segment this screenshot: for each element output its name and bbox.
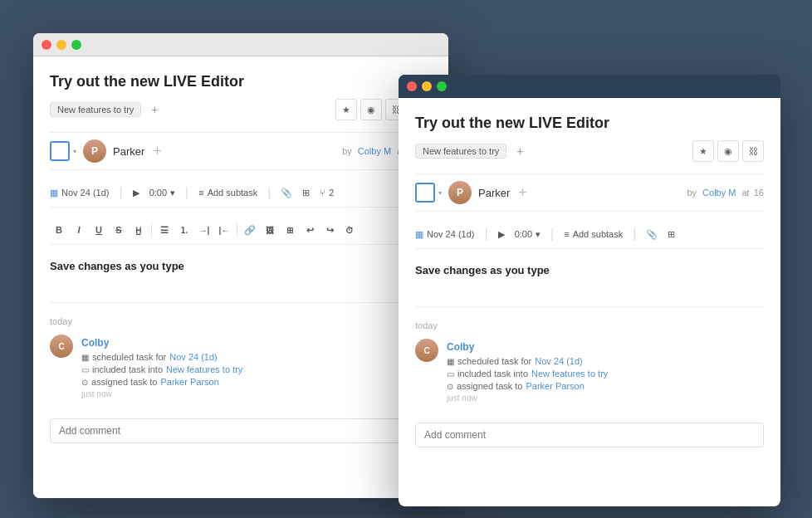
activity-user-2[interactable]: Colby bbox=[447, 341, 474, 353]
by-label-2: by bbox=[687, 188, 697, 198]
act-text-5: included task into bbox=[457, 369, 528, 379]
at-time-2: 16 bbox=[754, 188, 764, 198]
subtask-label-2: Add subtask bbox=[573, 229, 624, 239]
timer-label-1: 0:00 bbox=[149, 188, 167, 198]
add-assignee-btn-1[interactable]: + bbox=[153, 143, 162, 160]
activity-date-1: today bbox=[50, 316, 432, 326]
meta-sep-4: | bbox=[484, 227, 487, 242]
play-item-1[interactable]: ▶ bbox=[133, 188, 139, 198]
by-text-2: by Colby M at 16 bbox=[687, 188, 764, 198]
subtask-box-1[interactable]: ⊞ bbox=[302, 188, 310, 198]
highlight-btn-1[interactable]: H̲ bbox=[130, 221, 148, 239]
activity-avatar-2: C bbox=[415, 339, 438, 362]
ol-btn-1[interactable]: 1. bbox=[175, 221, 193, 239]
timer-item-1[interactable]: 0:00 ▾ bbox=[149, 188, 175, 198]
task-checkbox-1[interactable] bbox=[50, 141, 70, 161]
assignee-row-1: ▾ P Parker + by Colby M at 16:43 bbox=[50, 132, 432, 170]
act-icon-3: ⊙ bbox=[81, 378, 88, 387]
maximize-button[interactable] bbox=[71, 40, 81, 50]
date-item-2[interactable]: ▦ Nov 24 (1d) bbox=[415, 229, 474, 240]
editor-area-1[interactable]: Save changes as you type bbox=[50, 253, 432, 303]
act-icon-4: ▦ bbox=[447, 357, 454, 366]
meta-sep-2: | bbox=[185, 185, 188, 200]
close-button-2[interactable] bbox=[407, 81, 417, 91]
undo-btn-1[interactable]: ↩ bbox=[301, 221, 319, 239]
timer-label-2: 0:00 bbox=[515, 229, 532, 239]
window-1: Try out the new LIVE Editor New features… bbox=[33, 33, 448, 498]
subtask-item-1[interactable]: ≡ Add subtask bbox=[198, 188, 257, 198]
act-link-6[interactable]: Parker Parson bbox=[526, 381, 585, 391]
minimize-button[interactable] bbox=[56, 40, 66, 50]
activity-line-5: ▭ included task into New features to try bbox=[447, 369, 764, 379]
maximize-button-2[interactable] bbox=[437, 81, 447, 91]
clock-btn-1[interactable]: ⏱ bbox=[340, 221, 359, 239]
traffic-lights-1 bbox=[42, 40, 81, 50]
act-link-1[interactable]: Nov 24 (1d) bbox=[169, 352, 217, 362]
task-title-2: Try out the new LIVE Editor bbox=[415, 115, 764, 132]
titlebar-1 bbox=[33, 33, 448, 56]
play-item-2[interactable]: ▶ bbox=[498, 229, 505, 240]
italic-btn-1[interactable]: I bbox=[70, 221, 88, 239]
rss-button-1[interactable]: ◉ bbox=[360, 99, 382, 120]
comment-input-2[interactable] bbox=[415, 423, 764, 447]
comment-input-1[interactable] bbox=[50, 418, 404, 443]
image-btn-1[interactable]: 🖼 bbox=[261, 221, 279, 239]
activity-item-2: C Colby ▦ scheduled task for Nov 24 (1d)… bbox=[415, 339, 764, 403]
assignee-name-2: Parker bbox=[478, 187, 510, 199]
act-link-3[interactable]: Parker Parson bbox=[161, 377, 219, 387]
underline-btn-1[interactable]: U bbox=[90, 221, 108, 239]
calendar-icon-2: ▦ bbox=[415, 229, 423, 240]
meta-sep-3: | bbox=[267, 185, 271, 200]
subtask-item-2[interactable]: ≡ Add subtask bbox=[564, 229, 623, 239]
table-btn-1[interactable]: ⊞ bbox=[281, 221, 299, 239]
date-item-1[interactable]: ▦ Nov 24 (1d) bbox=[50, 188, 109, 198]
traffic-lights-2 bbox=[407, 81, 447, 91]
activity-line-1: ▦ scheduled task for Nov 24 (1d) bbox=[81, 352, 432, 362]
share-item-1[interactable]: ⑂ 2 bbox=[320, 188, 334, 198]
task-checkbox-2[interactable] bbox=[415, 183, 435, 203]
activity-content-1: Colby ▦ scheduled task for Nov 24 (1d) ▭… bbox=[81, 335, 432, 398]
add-tag-button-1[interactable]: + bbox=[146, 101, 163, 118]
task-toolbar-1: New features to try + ★ ◉ ⛓ ••• bbox=[50, 99, 432, 120]
redo-btn-1[interactable]: ↪ bbox=[320, 221, 339, 239]
act-icon-1: ▦ bbox=[81, 353, 89, 362]
attach-item-2[interactable]: 📎 bbox=[646, 229, 658, 240]
minimize-button-2[interactable] bbox=[422, 81, 432, 91]
timer-dropdown-1[interactable]: ▾ bbox=[170, 188, 175, 198]
checkbox-dropdown-2[interactable]: ▾ bbox=[438, 189, 442, 197]
act-link-4[interactable]: Nov 24 (1d) bbox=[535, 356, 582, 366]
comment-area-1: 📎 bbox=[50, 410, 432, 452]
attach-item-1[interactable]: 📎 bbox=[281, 188, 292, 198]
outdent-btn-1[interactable]: |← bbox=[215, 221, 233, 239]
editor-area-2[interactable]: Save changes as you type bbox=[415, 257, 764, 307]
bold-btn-1[interactable]: B bbox=[50, 221, 68, 239]
date-label-2: Nov 24 (1d) bbox=[427, 229, 474, 239]
add-assignee-btn-2[interactable]: + bbox=[518, 184, 527, 202]
activity-user-1[interactable]: Colby bbox=[81, 337, 109, 349]
date-label-1: Nov 24 (1d) bbox=[61, 188, 109, 198]
subtask-box-2[interactable]: ⊞ bbox=[668, 229, 675, 240]
tag-pill-1[interactable]: New features to try bbox=[50, 102, 141, 117]
checkbox-dropdown-1[interactable]: ▾ bbox=[73, 148, 76, 155]
act-link-5[interactable]: New features to try bbox=[531, 369, 608, 379]
timer-item-2[interactable]: 0:00 ▾ bbox=[515, 229, 541, 240]
star-button-2[interactable]: ★ bbox=[692, 140, 714, 162]
activity-section-1: today C Colby ▦ scheduled task for Nov 2… bbox=[50, 316, 432, 398]
star-button-1[interactable]: ★ bbox=[335, 99, 357, 120]
hyperlink-btn-1[interactable]: 🔗 bbox=[241, 221, 259, 239]
meta-sep-1: | bbox=[119, 185, 122, 200]
act-link-2[interactable]: New features to try bbox=[166, 364, 242, 374]
by-user-1[interactable]: Colby M bbox=[358, 146, 391, 156]
rss-button-2[interactable]: ◉ bbox=[717, 140, 739, 162]
strike-btn-1[interactable]: S bbox=[110, 221, 128, 239]
close-button[interactable] bbox=[42, 40, 51, 50]
timer-dropdown-2[interactable]: ▾ bbox=[536, 229, 541, 240]
ul-btn-1[interactable]: ☰ bbox=[155, 221, 174, 239]
activity-time-1: just now bbox=[81, 389, 432, 398]
tag-pill-2[interactable]: New features to try bbox=[415, 144, 506, 159]
meta-row-1: ▦ Nov 24 (1d) | ▶ 0:00 ▾ | ≡ Add subtask bbox=[50, 178, 432, 208]
indent-btn-1[interactable]: →| bbox=[195, 221, 213, 239]
link-button-2[interactable]: ⛓ bbox=[742, 140, 764, 162]
add-tag-button-2[interactable]: + bbox=[511, 143, 528, 159]
by-user-2[interactable]: Colby M bbox=[702, 188, 736, 198]
